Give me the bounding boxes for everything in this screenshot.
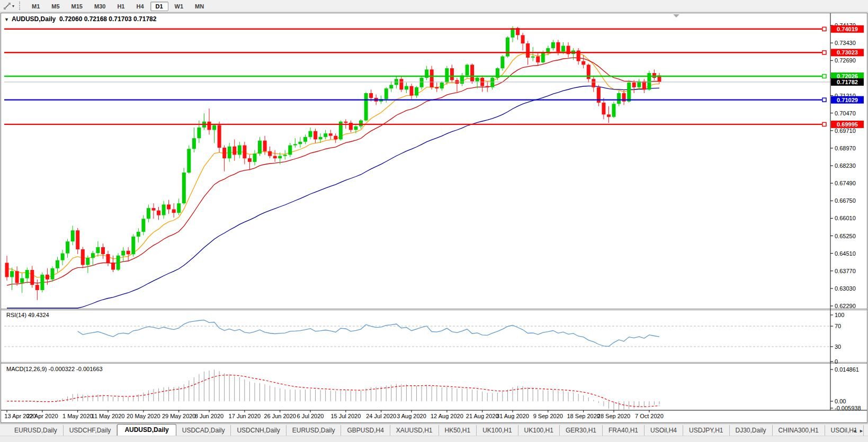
chart-tab-USDCHF-Daily[interactable]: USDCHF,Daily xyxy=(64,425,118,436)
svg-text:0.63030: 0.63030 xyxy=(835,285,856,292)
svg-text:0.71029: 0.71029 xyxy=(837,97,858,103)
svg-text:28 Sep 2020: 28 Sep 2020 xyxy=(597,413,630,419)
chart-tab-USOil-H4[interactable]: USOil,H4 xyxy=(645,425,683,436)
svg-text:0.63770: 0.63770 xyxy=(835,268,856,274)
rsi-indicator-label: RSI(14) 49.4324 xyxy=(6,312,49,318)
chart-tab-USDCAD-Daily[interactable]: USDCAD,Daily xyxy=(176,425,231,436)
chart-tab-GBPUSD-H4[interactable]: GBPUSD,H4 xyxy=(341,425,390,436)
timeframe-button-M5[interactable]: M5 xyxy=(46,2,65,11)
chart-tab-bar: EURUSD,DailyUSDCHF,DailyAUDUSD,DailyUSDC… xyxy=(0,423,868,436)
chart-tab-USDCNH-Daily[interactable]: USDCNH,Daily xyxy=(231,425,286,436)
svg-text:18 Sep 2020: 18 Sep 2020 xyxy=(567,413,600,419)
tool-dropdown-arrow-icon[interactable]: ▾ xyxy=(12,4,17,8)
svg-text:100: 100 xyxy=(835,312,844,318)
svg-text:7 Oct 2020: 7 Oct 2020 xyxy=(635,413,664,419)
svg-text:8 Jun 2020: 8 Jun 2020 xyxy=(195,413,223,419)
svg-text:0.69710: 0.69710 xyxy=(835,128,856,134)
chart-tab-EURUSD-Daily[interactable]: EURUSD,Daily xyxy=(8,425,64,436)
chart-title: ▼AUDUSD,Daily 0.72060 0.72168 0.71703 0.… xyxy=(4,15,156,23)
svg-text:0.69995: 0.69995 xyxy=(837,121,858,128)
timeframe-button-M15[interactable]: M15 xyxy=(66,2,88,11)
svg-text:0.72690: 0.72690 xyxy=(835,57,856,64)
svg-text:17 Jun 2020: 17 Jun 2020 xyxy=(229,413,261,419)
status-strip xyxy=(0,436,868,442)
timeframe-button-W1[interactable]: W1 xyxy=(169,2,189,11)
svg-text:12 Aug 2020: 12 Aug 2020 xyxy=(431,413,463,419)
chart-tab-USDJPY-H1[interactable]: USDJPY,H1 xyxy=(683,425,729,436)
svg-text:15 Jul 2020: 15 Jul 2020 xyxy=(330,413,361,419)
line-tool-icon[interactable] xyxy=(2,2,12,10)
chart-tab-UK100-H1[interactable]: UK100,H1 xyxy=(477,425,518,436)
svg-text:22 Apr 2020: 22 Apr 2020 xyxy=(26,413,58,419)
svg-text:6 Jul 2020: 6 Jul 2020 xyxy=(297,413,324,419)
svg-text:3 Aug 2020: 3 Aug 2020 xyxy=(397,413,426,419)
chart-tab-AUDUSD-Daily[interactable]: AUDUSD,Daily xyxy=(117,424,176,436)
svg-text:11 May 2020: 11 May 2020 xyxy=(92,413,125,419)
chart-tabs: EURUSD,DailyUSDCHF,DailyAUDUSD,DailyUSDC… xyxy=(8,424,864,436)
svg-text:0.73023: 0.73023 xyxy=(837,49,858,56)
macd-indicator-label: MACD(12,26,9) -0.000322 -0.001663 xyxy=(6,366,103,372)
chart-tab-HK50-H1[interactable]: HK50,H1 xyxy=(439,425,477,436)
chart-title-text: AUDUSD,Daily 0.72060 0.72168 0.71703 0.7… xyxy=(12,15,157,23)
svg-text:31 Aug 2020: 31 Aug 2020 xyxy=(496,413,529,419)
chart-tab-CHINA300-H1[interactable]: CHINA300,H1 xyxy=(773,425,825,436)
chart-tab-EURUSD-Daily[interactable]: EURUSD,Daily xyxy=(287,425,342,436)
svg-text:0.74019: 0.74019 xyxy=(837,26,858,32)
timeframe-button-D1[interactable]: D1 xyxy=(150,2,168,11)
chart-tab-XAUUSD-H1[interactable]: XAUUSD,H1 xyxy=(390,425,439,436)
svg-text:1 May 2020: 1 May 2020 xyxy=(62,413,93,419)
chart-canvas[interactable]: .t11{font:11px "Liberation Sans",sans-se… xyxy=(0,13,868,423)
svg-text:21 Aug 2020: 21 Aug 2020 xyxy=(466,413,499,419)
svg-text:0.68230: 0.68230 xyxy=(835,163,856,169)
svg-text:0.00: 0.00 xyxy=(835,398,846,404)
timeframe-button-group: M1M5M15M30H1H4D1W1MN xyxy=(26,1,210,11)
svg-text:0.65250: 0.65250 xyxy=(835,233,856,239)
timeframe-button-MN[interactable]: MN xyxy=(190,2,209,11)
chart-collapse-icon[interactable]: ▼ xyxy=(4,17,9,22)
svg-text:0.67490: 0.67490 xyxy=(835,180,856,186)
svg-text:0.66750: 0.66750 xyxy=(835,197,856,204)
timeframe-button-H1[interactable]: H1 xyxy=(112,2,130,11)
chart-tab-UK100-H1[interactable]: UK100,H1 xyxy=(518,425,560,436)
tab-scroll-left-icon[interactable]: ◄ xyxy=(852,428,859,434)
chart-tab-GER30-H1[interactable]: GER30,H1 xyxy=(560,425,603,436)
tab-scroll-right-icon[interactable]: ► xyxy=(859,428,866,434)
chart-tab-DJ30-Daily[interactable]: DJ30,Daily xyxy=(730,425,773,436)
svg-text:0.71782: 0.71782 xyxy=(837,79,858,85)
svg-text:24 Jul 2020: 24 Jul 2020 xyxy=(366,413,396,419)
timeframe-button-M1[interactable]: M1 xyxy=(26,2,45,11)
svg-text:0.66010: 0.66010 xyxy=(835,215,856,221)
svg-text:30: 30 xyxy=(835,344,841,350)
svg-text:0: 0 xyxy=(835,358,838,365)
chart-window xyxy=(1,13,867,423)
svg-text:0.014861: 0.014861 xyxy=(835,366,859,373)
timeframe-button-M30[interactable]: M30 xyxy=(89,2,111,11)
svg-text:20 May 2020: 20 May 2020 xyxy=(127,413,160,419)
top-toolbar: ▾ M1M5M15M30H1H4D1W1MN xyxy=(0,0,868,12)
svg-text:29 May 2020: 29 May 2020 xyxy=(162,413,196,419)
svg-text:0.62290: 0.62290 xyxy=(835,303,856,309)
svg-text:0.73430: 0.73430 xyxy=(835,40,856,46)
svg-text:9 Sep 2020: 9 Sep 2020 xyxy=(533,413,563,419)
svg-text:0.70470: 0.70470 xyxy=(835,110,856,116)
svg-text:0.68970: 0.68970 xyxy=(835,145,856,151)
svg-text:26 Jun 2020: 26 Jun 2020 xyxy=(264,413,296,419)
svg-text:0.64510: 0.64510 xyxy=(835,250,856,257)
timeframe-button-H4[interactable]: H4 xyxy=(131,2,149,11)
svg-text:70: 70 xyxy=(835,323,841,329)
chart-tab-FRA40-H1[interactable]: FRA40,H1 xyxy=(603,425,645,436)
toolbar-separator xyxy=(19,2,22,10)
